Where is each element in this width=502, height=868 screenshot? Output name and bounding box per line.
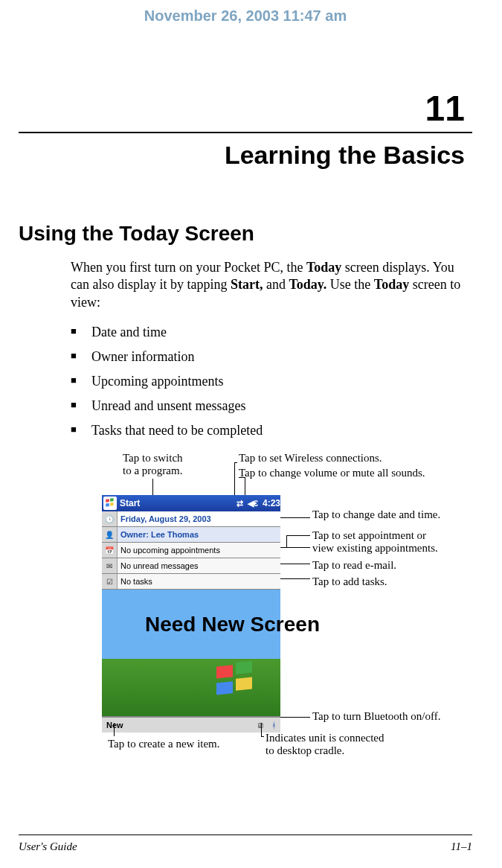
leader-line	[286, 535, 287, 547]
new-button[interactable]: New	[102, 721, 128, 730]
callout-text: Indicates unit is connected	[266, 732, 384, 744]
volume-icon[interactable]: ◀€	[248, 499, 258, 508]
intro-text: and	[263, 277, 289, 292]
leader-line	[280, 578, 310, 579]
appt-text: No upcoming appointments	[120, 546, 220, 555]
calendar-icon: 📅	[102, 543, 118, 558]
section-heading: Using the Today Screen	[19, 222, 472, 246]
footer-rule	[19, 835, 472, 835]
today-row-owner[interactable]: 👤 Owner: Lee Thomas	[102, 527, 280, 543]
bold-start: Start,	[231, 277, 263, 292]
footer-left: User's Guide	[19, 840, 77, 853]
bold-today-2: Today.	[289, 277, 326, 292]
list-item: Unread and unsent messages	[71, 398, 472, 414]
svg-rect-5	[236, 661, 252, 674]
owner-text: Owner: Lee Thomas	[120, 530, 199, 539]
connectivity-icon[interactable]: ⇄	[236, 499, 243, 508]
figure: Tap to switch to a program. Tap to set W…	[19, 449, 472, 769]
leader-line	[234, 462, 235, 495]
bold-today-3: Today	[374, 277, 409, 292]
clock[interactable]: 4:23	[263, 498, 280, 508]
svg-rect-6	[216, 681, 233, 695]
svg-rect-3	[110, 502, 114, 505]
leader-line	[261, 723, 262, 736]
footer-right: 11–1	[451, 840, 472, 853]
callout-date: Tap to change date and time.	[312, 508, 440, 521]
chapter-rule	[19, 132, 472, 133]
callout-new-item: Tap to create a new item.	[108, 738, 220, 750]
callout-volume: Tap to change volume or mute all sounds.	[239, 467, 425, 479]
svg-rect-2	[106, 503, 109, 506]
list-item: Upcoming appointments	[71, 374, 472, 389]
today-row-date[interactable]: 🕓 Friday, August 29, 2003	[102, 511, 280, 527]
list-item: Tasks that need to be completed	[71, 423, 472, 438]
cradle-icon[interactable]: ⎚	[254, 721, 267, 730]
bold-today-1: Today	[306, 260, 341, 275]
callout-text: to a program.	[123, 465, 183, 477]
callout-email: Tap to read e-mail.	[312, 559, 396, 572]
svg-rect-1	[110, 498, 114, 501]
chapter-number: 11	[19, 88, 465, 129]
intro-text: When you first turn on your Pocket PC, t…	[71, 260, 306, 275]
chapter-title: Learning the Basics	[19, 141, 465, 170]
owner-icon: 👤	[102, 527, 118, 542]
leader-line	[114, 723, 115, 736]
svg-rect-7	[236, 677, 252, 691]
wallpaper	[102, 590, 280, 717]
leader-line	[280, 564, 310, 564]
callout-text: to desktop cradle.	[266, 744, 384, 757]
callout-text: Tap to switch	[123, 452, 183, 465]
callout-cradle: Indicates unit is connected to desktop c…	[266, 732, 384, 758]
bullet-list: Date and time Owner information Upcoming…	[71, 325, 472, 438]
overlay-need-new-screen: Need New Screen	[145, 613, 320, 636]
today-row-tasks[interactable]: ☑ No tasks	[102, 574, 280, 590]
leader-line	[245, 477, 245, 495]
date-text: Friday, August 29, 2003	[120, 514, 211, 523]
leader-line	[288, 578, 289, 579]
leader-line	[280, 517, 310, 518]
tasks-icon: ☑	[102, 574, 118, 589]
callout-bluetooth: Tap to turn Bluetooth on/off.	[312, 710, 440, 723]
callout-text: Tap to set appointment or	[312, 529, 438, 542]
leader-line	[286, 535, 310, 536]
callout-appointments: Tap to set appointment or view existing …	[312, 529, 438, 555]
start-label[interactable]: Start	[120, 498, 140, 508]
clock-icon: 🕓	[102, 511, 118, 526]
draft-timestamp: November 26, 2003 11:47 am	[19, 7, 472, 25]
windows-logo-icon	[213, 661, 258, 701]
bluetooth-icon[interactable]: ᚼ	[267, 721, 280, 730]
list-item: Date and time	[71, 325, 472, 340]
msg-text: No unread messages	[120, 561, 199, 570]
intro-text: Use the	[326, 277, 373, 292]
intro-paragraph: When you first turn on your Pocket PC, t…	[71, 259, 465, 311]
today-row-appointments[interactable]: 📅 No upcoming appointments	[102, 543, 280, 558]
title-bar[interactable]: Start ⇄ ◀€ 4:23	[102, 495, 280, 511]
page-footer: User's Guide 11–1	[19, 840, 472, 853]
mail-icon: ✉	[102, 558, 118, 573]
leader-line	[261, 736, 264, 737]
leader-line	[280, 717, 310, 718]
command-bar: New ⎚ ᚼ	[102, 717, 280, 733]
leader-line	[152, 479, 153, 495]
leader-line	[234, 462, 237, 463]
leader-line	[239, 477, 245, 478]
callout-tasks: Tap to add tasks.	[312, 575, 387, 588]
callout-switch-program: Tap to switch to a program.	[123, 452, 183, 478]
today-row-messages[interactable]: ✉ No unread messages	[102, 558, 280, 574]
svg-rect-0	[106, 499, 109, 502]
svg-rect-4	[216, 665, 233, 678]
callout-wireless: Tap to set Wireless connections.	[239, 452, 382, 465]
list-item: Owner information	[71, 349, 472, 365]
task-text: No tasks	[120, 577, 152, 586]
callout-text: view existing appointments.	[312, 542, 438, 555]
start-flag-icon[interactable]	[103, 497, 117, 510]
leader-line	[280, 547, 310, 548]
